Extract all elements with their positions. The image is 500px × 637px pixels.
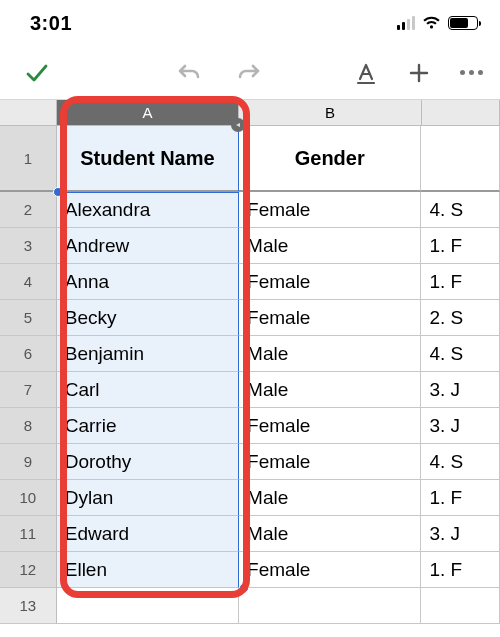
cell[interactable]: 1. F — [421, 264, 500, 300]
cell[interactable]: 1. F — [421, 480, 500, 516]
column-header-a[interactable]: A — [57, 100, 239, 126]
table-row: 12 Ellen Female 1. F — [0, 552, 500, 588]
cell[interactable]: Alexandra — [57, 192, 239, 228]
wifi-icon — [422, 16, 441, 30]
status-icons — [397, 16, 478, 30]
row-number[interactable]: 5 — [0, 300, 57, 336]
row-number[interactable]: 1 — [0, 126, 57, 192]
cell[interactable]: 4. S — [421, 336, 500, 372]
cell[interactable] — [421, 588, 500, 624]
column-header-row: A B — [0, 100, 500, 126]
cell[interactable]: Carl — [57, 372, 239, 408]
header-cell-student-name[interactable]: Student Name — [57, 126, 239, 192]
cell[interactable]: Male — [239, 336, 421, 372]
cell[interactable]: Edward — [57, 516, 239, 552]
column-header-c[interactable] — [422, 100, 500, 126]
cell[interactable]: Female — [239, 408, 421, 444]
cell[interactable]: 3. J — [421, 372, 500, 408]
table-row: 4 Anna Female 1. F — [0, 264, 500, 300]
more-button[interactable] — [459, 60, 484, 86]
cell[interactable]: 4. S — [421, 192, 500, 228]
spreadsheet[interactable]: A B 1 Student Name Gender 2 Alexandra Fe… — [0, 100, 500, 624]
cell[interactable]: 3. J — [421, 516, 500, 552]
text-format-button[interactable] — [354, 60, 379, 86]
cell[interactable]: Andrew — [57, 228, 239, 264]
header-cell-gender[interactable]: Gender — [239, 126, 421, 192]
more-icon — [460, 70, 483, 75]
row-number[interactable]: 2 — [0, 192, 57, 228]
cell[interactable]: Anna — [57, 264, 239, 300]
cell[interactable]: Dylan — [57, 480, 239, 516]
table-row: 1 Student Name Gender — [0, 126, 500, 192]
cell[interactable]: 4. S — [421, 444, 500, 480]
table-row: 7 Carl Male 3. J — [0, 372, 500, 408]
cell[interactable]: Male — [239, 372, 421, 408]
table-row: 3 Andrew Male 1. F — [0, 228, 500, 264]
cell[interactable]: Male — [239, 480, 421, 516]
table-row: 11 Edward Male 3. J — [0, 516, 500, 552]
row-number[interactable]: 10 — [0, 480, 57, 516]
column-header-b[interactable]: B — [239, 100, 421, 126]
insert-button[interactable] — [407, 60, 432, 86]
confirm-button[interactable] — [24, 60, 50, 86]
cell[interactable]: 3. J — [421, 408, 500, 444]
table-row: 10 Dylan Male 1. F — [0, 480, 500, 516]
header-cell-c[interactable] — [421, 126, 500, 192]
status-time: 3:01 — [30, 12, 72, 35]
cell[interactable] — [239, 588, 421, 624]
cell[interactable]: Carrie — [57, 408, 239, 444]
status-bar: 3:01 — [0, 0, 500, 46]
cell[interactable]: 1. F — [421, 228, 500, 264]
table-row: 2 Alexandra Female 4. S — [0, 192, 500, 228]
cell[interactable]: Female — [239, 552, 421, 588]
undo-button[interactable] — [176, 60, 202, 86]
battery-icon — [448, 16, 478, 30]
cell[interactable]: 2. S — [421, 300, 500, 336]
table-row: 9 Dorothy Female 4. S — [0, 444, 500, 480]
cell[interactable]: Becky — [57, 300, 239, 336]
column-label: A — [143, 104, 153, 121]
cell[interactable]: Benjamin — [57, 336, 239, 372]
table-row: 13 — [0, 588, 500, 624]
cell[interactable]: Ellen — [57, 552, 239, 588]
cell[interactable]: Female — [239, 444, 421, 480]
cellular-signal-icon — [397, 16, 415, 30]
cell[interactable]: Dorothy — [57, 444, 239, 480]
row-number[interactable]: 12 — [0, 552, 57, 588]
cell[interactable]: Female — [239, 264, 421, 300]
row-number[interactable]: 7 — [0, 372, 57, 408]
toolbar — [0, 46, 500, 100]
table-row: 6 Benjamin Male 4. S — [0, 336, 500, 372]
table-row: 5 Becky Female 2. S — [0, 300, 500, 336]
row-number[interactable]: 9 — [0, 444, 57, 480]
cell[interactable]: 1. F — [421, 552, 500, 588]
row-number[interactable]: 13 — [0, 588, 57, 624]
select-all-corner[interactable] — [0, 100, 57, 126]
selection-handle-top[interactable] — [53, 187, 63, 197]
selection-handle-bottom[interactable] — [239, 583, 249, 593]
row-number[interactable]: 3 — [0, 228, 57, 264]
row-number[interactable]: 11 — [0, 516, 57, 552]
table-row: 8 Carrie Female 3. J — [0, 408, 500, 444]
cell[interactable] — [57, 588, 239, 624]
row-number[interactable]: 6 — [0, 336, 57, 372]
cell[interactable]: Female — [239, 300, 421, 336]
cell[interactable]: Male — [239, 516, 421, 552]
cell[interactable]: Male — [239, 228, 421, 264]
row-number[interactable]: 4 — [0, 264, 57, 300]
row-number[interactable]: 8 — [0, 408, 57, 444]
redo-button[interactable] — [236, 60, 262, 86]
cell[interactable]: Female — [239, 192, 421, 228]
